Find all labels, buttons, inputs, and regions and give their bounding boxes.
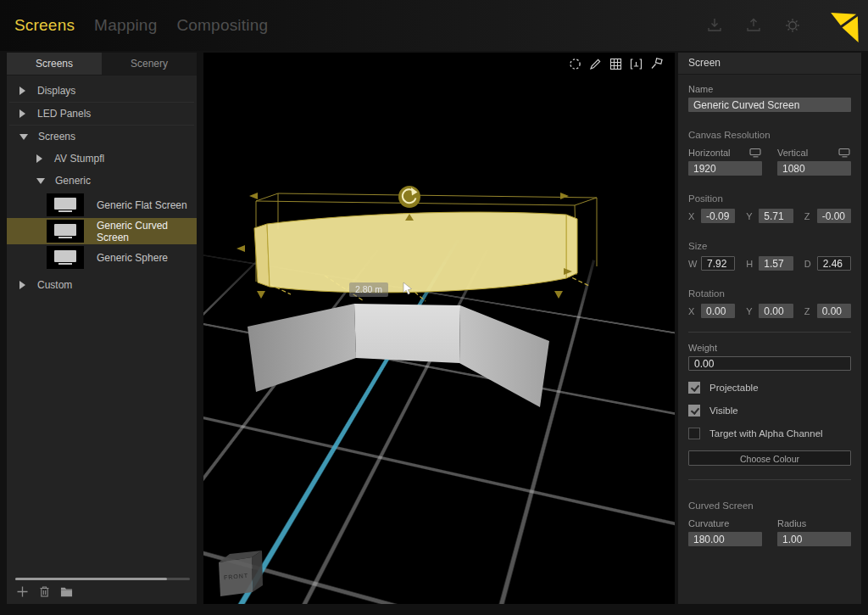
export-icon[interactable] — [744, 16, 763, 35]
nav-cube[interactable]: FRONT — [219, 551, 263, 596]
tree-item-displays[interactable]: Displays — [7, 80, 197, 102]
sidebar-tab-screens[interactable]: Screens — [7, 53, 102, 75]
rotate-gizmo-icon[interactable] — [398, 186, 420, 208]
tree-item-label: Generic Flat Screen — [97, 199, 187, 211]
tree-item-custom[interactable]: Custom — [7, 274, 197, 296]
alpha-target-option[interactable]: Target with Alpha Channel — [688, 428, 851, 439]
tree-item-generic-flat-screen[interactable]: Generic Flat Screen — [7, 192, 197, 218]
chevron-right-icon[interactable] — [19, 281, 25, 289]
horizontal-scrollbar[interactable] — [15, 578, 190, 580]
chevron-right-icon[interactable] — [36, 154, 42, 163]
screen-thumbnail-icon — [47, 193, 84, 216]
rotation-z-input[interactable] — [817, 304, 851, 318]
name-input[interactable] — [688, 98, 851, 112]
projectable-option[interactable]: Projectable — [688, 382, 851, 394]
tree-item-label: Screens — [38, 131, 75, 143]
display-icon[interactable] — [749, 148, 762, 158]
weight-input[interactable] — [688, 356, 851, 371]
axis-label: Y — [746, 211, 754, 221]
inspector-title: Screen — [678, 53, 861, 75]
tree-item-led-panels[interactable]: LED Panels — [7, 103, 197, 125]
axis-label: X — [688, 306, 697, 316]
display-icon[interactable] — [838, 148, 851, 158]
tree-item-label: Generic Sphere — [97, 252, 168, 264]
magnifier-icon[interactable] — [649, 57, 664, 71]
tree-item-label: LED Panels — [37, 108, 91, 120]
tree-item-label: AV Stumpfl — [54, 153, 104, 165]
axis-label: Z — [804, 211, 813, 221]
viewport-toolbar — [568, 57, 664, 71]
snap-origin-icon[interactable] — [629, 57, 643, 71]
curved-screen-title: Curved Screen — [688, 500, 851, 511]
chevron-down-icon[interactable] — [36, 178, 45, 184]
projectable-checkbox[interactable] — [688, 382, 700, 394]
visible-checkbox[interactable] — [688, 405, 700, 417]
chevron-right-icon[interactable] — [19, 109, 25, 118]
size-h-input[interactable] — [759, 256, 793, 271]
chevron-down-icon[interactable] — [19, 134, 28, 140]
alpha-target-checkbox[interactable] — [688, 428, 700, 439]
axis-label: X — [688, 211, 697, 221]
screen-thumbnail-icon — [47, 246, 84, 269]
selection-circle-icon[interactable] — [568, 57, 582, 71]
size-d-input[interactable] — [817, 256, 851, 271]
tab-screens[interactable]: Screens — [11, 13, 78, 38]
settings-gear-icon[interactable] — [783, 16, 802, 35]
radius-label: Radius — [777, 518, 806, 528]
projectable-label: Projectable — [709, 383, 759, 393]
tree-item-generic[interactable]: Generic — [7, 170, 197, 192]
rotation-title: Rotation — [688, 288, 851, 299]
tree-item-label: Displays — [37, 85, 75, 97]
axis-label: D — [804, 259, 813, 269]
folder-icon[interactable] — [60, 585, 73, 598]
tab-mapping[interactable]: Mapping — [91, 13, 160, 38]
delete-trash-icon[interactable] — [38, 585, 51, 598]
divider — [688, 332, 851, 333]
pencil-edit-icon[interactable] — [588, 57, 603, 71]
screen-thumbnail-icon — [47, 220, 84, 243]
measurement-label: 2.80 m — [349, 282, 388, 297]
alpha-target-label: Target with Alpha Channel — [709, 428, 823, 439]
inspector-panel: Screen Name Canvas Resolution Horizontal… — [678, 53, 861, 604]
visible-option[interactable]: Visible — [688, 405, 851, 417]
axis-label: Y — [746, 306, 754, 316]
divider — [688, 479, 851, 480]
tab-compositing[interactable]: Compositing — [173, 13, 271, 38]
position-title: Position — [688, 193, 851, 204]
tree-item-label: Custom — [37, 279, 72, 291]
axis-label: H — [746, 259, 754, 269]
import-icon[interactable] — [705, 16, 724, 35]
chevron-right-icon[interactable] — [19, 87, 25, 95]
size-w-input[interactable] — [701, 256, 735, 271]
choose-colour-button[interactable]: Choose Colour — [688, 450, 851, 466]
horizontal-resolution-input[interactable] — [688, 161, 762, 176]
tree-item-generic-curved-screen[interactable]: Generic Curved Screen — [7, 218, 197, 244]
tree-item-av-stumpfl[interactable]: AV Stumpfl — [7, 148, 197, 170]
canvas-resolution-title: Canvas Resolution — [688, 130, 851, 140]
weight-label: Weight — [688, 343, 851, 353]
yellow-curved-screen[interactable] — [254, 212, 577, 293]
screens-sidebar: Screens Scenery Displays LED Panels Scre… — [7, 53, 197, 604]
rotation-x-input[interactable] — [701, 304, 735, 318]
size-title: Size — [688, 241, 851, 251]
tree-item-screens[interactable]: Screens — [7, 126, 197, 148]
sidebar-tab-scenery[interactable]: Scenery — [102, 53, 197, 75]
tree-item-label: Generic — [55, 175, 91, 187]
position-y-input[interactable] — [759, 209, 793, 223]
axis-label: Z — [804, 306, 813, 316]
curvature-input[interactable] — [688, 532, 762, 546]
screens-tree: Displays LED Panels Screens AV Stumpfl G… — [7, 80, 197, 296]
position-z-input[interactable] — [817, 209, 851, 223]
radius-input[interactable] — [777, 532, 851, 546]
vertical-resolution-input[interactable] — [777, 161, 851, 176]
add-screen-button[interactable] — [16, 585, 29, 598]
tree-item-label: Generic Curved Screen — [97, 220, 197, 243]
position-x-input[interactable] — [701, 209, 735, 223]
name-label: Name — [688, 84, 851, 94]
grid-icon[interactable] — [609, 57, 623, 71]
top-bar: Screens Mapping Compositing — [0, 0, 868, 51]
tree-item-generic-sphere[interactable]: Generic Sphere — [7, 244, 197, 271]
white-curved-screen[interactable] — [248, 304, 549, 407]
viewport-3d[interactable]: FRONT 2.80 m — [203, 53, 675, 604]
rotation-y-input[interactable] — [759, 304, 793, 318]
